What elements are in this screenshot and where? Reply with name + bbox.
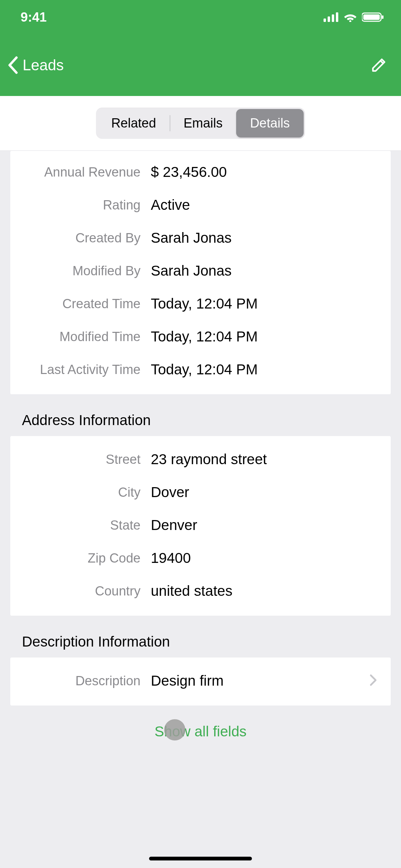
field-value: Sarah Jonas: [151, 230, 377, 246]
field-row: Country united states: [10, 575, 391, 607]
field-value: united states: [151, 583, 377, 599]
general-card: Annual Revenue $ 23,456.00 Rating Active…: [10, 151, 391, 394]
touch-indicator-icon: [164, 719, 185, 740]
description-row[interactable]: Description Design firm: [10, 664, 391, 697]
field-label: Annual Revenue: [24, 165, 151, 180]
field-label: Street: [24, 452, 151, 467]
svg-rect-7: [382, 15, 384, 19]
back-label: Leads: [23, 57, 64, 74]
field-value: Today, 12:04 PM: [151, 296, 377, 312]
nav-bar: Leads: [0, 34, 401, 96]
wifi-icon: [343, 12, 357, 22]
svg-rect-2: [332, 14, 334, 22]
field-value: Denver: [151, 517, 377, 533]
svg-point-4: [349, 20, 351, 22]
field-label: Description: [24, 674, 151, 688]
field-row: Rating Active: [10, 189, 391, 221]
field-value: Sarah Jonas: [151, 263, 377, 279]
tab-related[interactable]: Related: [97, 109, 170, 137]
field-label: Created Time: [24, 297, 151, 311]
field-label: Modified By: [24, 264, 151, 278]
chevron-left-icon: [7, 56, 19, 74]
status-icons: [324, 12, 384, 22]
field-label: City: [24, 485, 151, 500]
field-value: Today, 12:04 PM: [151, 328, 377, 345]
header: 9:41 Leads: [0, 0, 401, 96]
segmented-control: Related Emails Details: [96, 108, 305, 139]
field-label: Country: [24, 584, 151, 599]
status-bar: 9:41: [0, 0, 401, 34]
field-label: Zip Code: [24, 551, 151, 566]
content: Annual Revenue $ 23,456.00 Rating Active…: [0, 151, 401, 754]
field-value: $ 23,456.00: [151, 164, 377, 180]
pencil-icon: [370, 57, 387, 74]
field-label: Rating: [24, 198, 151, 213]
tab-emails[interactable]: Emails: [170, 109, 236, 137]
svg-rect-3: [336, 12, 338, 22]
svg-rect-1: [328, 16, 330, 22]
segmented-area: Related Emails Details: [0, 96, 401, 151]
field-label: Modified Time: [24, 329, 151, 344]
edit-button[interactable]: [370, 57, 387, 74]
address-card: Street 23 raymond street City Dover Stat…: [10, 436, 391, 616]
section-title-description: Description Information: [0, 616, 401, 658]
field-row: Annual Revenue $ 23,456.00: [10, 156, 391, 189]
status-time: 9:41: [21, 10, 47, 25]
field-row: Zip Code 19400: [10, 542, 391, 575]
field-value: 23 raymond street: [151, 451, 377, 468]
field-row: Last Activity Time Today, 12:04 PM: [10, 353, 391, 386]
field-row: City Dover: [10, 476, 391, 509]
field-value: 19400: [151, 550, 377, 566]
field-value: Active: [151, 197, 377, 213]
field-row: Modified By Sarah Jonas: [10, 254, 391, 287]
field-label: Created By: [24, 231, 151, 245]
signal-icon: [324, 12, 339, 22]
field-row: Street 23 raymond street: [10, 443, 391, 476]
field-value: Design firm: [151, 673, 369, 689]
section-title-address: Address Information: [0, 394, 401, 436]
field-row: Created Time Today, 12:04 PM: [10, 287, 391, 320]
field-value: Today, 12:04 PM: [151, 361, 377, 378]
back-button[interactable]: Leads: [7, 56, 64, 74]
field-row: State Denver: [10, 509, 391, 542]
home-indicator[interactable]: [149, 857, 252, 860]
field-label: State: [24, 518, 151, 533]
description-card: Description Design firm: [10, 658, 391, 706]
field-row: Created By Sarah Jonas: [10, 221, 391, 254]
svg-rect-0: [324, 19, 326, 22]
show-all-fields-button[interactable]: Show all fields: [0, 706, 401, 754]
battery-icon: [362, 12, 384, 22]
field-row: Modified Time Today, 12:04 PM: [10, 320, 391, 353]
tab-details[interactable]: Details: [236, 109, 303, 137]
field-label: Last Activity Time: [24, 362, 151, 377]
chevron-right-icon: [369, 674, 377, 688]
field-value: Dover: [151, 484, 377, 501]
svg-rect-6: [363, 14, 380, 20]
